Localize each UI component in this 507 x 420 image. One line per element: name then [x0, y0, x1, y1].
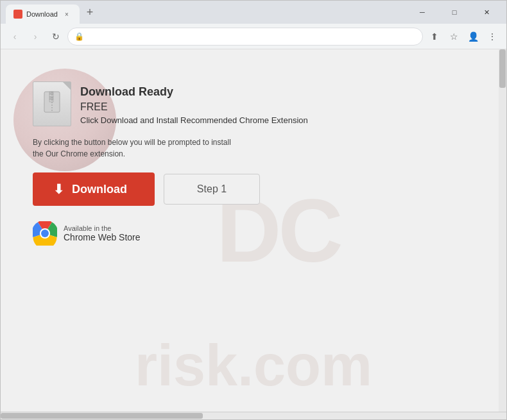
chrome-available-text: Available in the — [64, 224, 141, 232]
tab-favicon — [13, 10, 22, 19]
lock-icon: 🔒 — [74, 32, 84, 41]
toolbar: ‹ › ↻ 🔒 ⬆ ☆ 👤 ⋮ — [1, 24, 506, 49]
download-button[interactable]: ⬇ Download — [33, 172, 155, 206]
address-bar[interactable]: 🔒 — [67, 28, 423, 46]
tab-strip: Download × + — [6, 1, 405, 24]
svg-rect-4 — [49, 99, 53, 102]
close-button[interactable]: ✕ — [472, 3, 501, 22]
file-price: FREE — [80, 101, 308, 113]
step-button[interactable]: Step 1 — [164, 174, 260, 205]
back-button[interactable]: ‹ — [6, 28, 24, 46]
chrome-store-text: Available in the Chrome Web Store — [64, 224, 141, 242]
file-info-row: Download Ready FREE Click Download and I… — [33, 81, 487, 126]
profile-icon[interactable]: 👤 — [464, 28, 482, 46]
svg-rect-2 — [49, 94, 53, 97]
watermark-bottom: risk.com — [1, 333, 506, 399]
toolbar-actions: ⬆ ☆ 👤 ⋮ — [425, 28, 501, 46]
chrome-store-badge: Available in the Chrome Web Store — [33, 221, 487, 246]
svg-point-8 — [41, 230, 49, 237]
maximize-button[interactable]: □ — [440, 3, 469, 22]
zip-icon — [43, 90, 61, 117]
scrollbar-thumb[interactable] — [499, 49, 506, 88]
buttons-row: ⬇ Download Step 1 — [33, 172, 487, 206]
chrome-store-name: Chrome Web Store — [64, 232, 141, 242]
minimize-button[interactable]: ─ — [408, 3, 437, 22]
tab-title: Download — [26, 10, 58, 18]
page-content: DC risk.com — [1, 49, 506, 412]
chrome-logo-icon — [33, 221, 57, 246]
download-card: Download Ready FREE Click Download and I… — [33, 81, 487, 246]
horizontal-scrollbar[interactable] — [1, 412, 506, 419]
svg-rect-1 — [49, 92, 53, 94]
vertical-scrollbar[interactable] — [499, 49, 506, 412]
file-subtitle: Click Download and Install Recommended C… — [80, 115, 308, 125]
share-icon[interactable]: ⬆ — [425, 28, 443, 46]
download-arrow-icon: ⬇ — [53, 181, 64, 197]
step-button-label: Step 1 — [197, 183, 227, 194]
bottom-scrollbar-thumb[interactable] — [1, 413, 203, 419]
file-title: Download Ready — [80, 85, 308, 99]
forward-button[interactable]: › — [26, 28, 44, 46]
svg-rect-3 — [49, 97, 53, 99]
file-thumbnail — [33, 81, 71, 126]
tab-close-button[interactable]: × — [62, 9, 72, 19]
window-controls: ─ □ ✕ — [408, 3, 501, 22]
browser-window: Download × + ─ □ ✕ ‹ › ↻ 🔒 ⬆ ☆ 👤 ⋮ DC ri… — [0, 0, 507, 420]
download-button-label: Download — [72, 183, 127, 196]
title-bar: Download × + ─ □ ✕ — [1, 1, 506, 24]
menu-icon[interactable]: ⋮ — [483, 28, 501, 46]
file-labels: Download Ready FREE Click Download and I… — [80, 81, 308, 125]
address-input[interactable] — [88, 31, 416, 41]
active-tab[interactable]: Download × — [6, 4, 80, 24]
description-text: By clicking the button below you will be… — [33, 137, 238, 160]
reload-button[interactable]: ↻ — [47, 28, 65, 46]
new-tab-button[interactable]: + — [81, 3, 99, 21]
bookmark-icon[interactable]: ☆ — [445, 28, 463, 46]
